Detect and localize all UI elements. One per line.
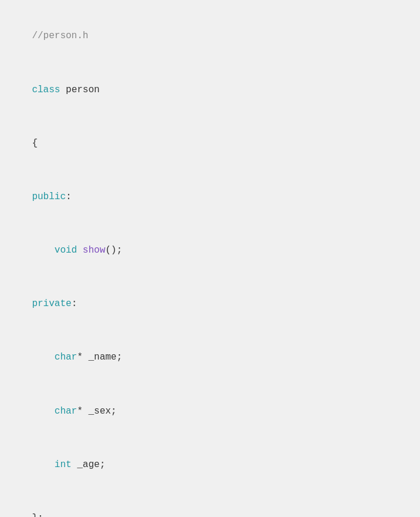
member-name-2: * _sex; — [77, 406, 116, 417]
kw-int-1: int — [55, 459, 72, 470]
kw-public: public — [32, 192, 66, 202]
kw-private: private — [32, 298, 71, 309]
colon-1: : — [66, 192, 72, 202]
member-name-1: * _name; — [77, 352, 122, 362]
line-10: }; — [9, 492, 411, 517]
comment-person-h: //person.h — [32, 31, 88, 41]
line-3: { — [9, 116, 411, 170]
brace-close-1: }; — [32, 513, 43, 517]
brace-open-1: { — [32, 138, 38, 149]
space-1 — [77, 245, 83, 256]
line-6: private: — [9, 277, 411, 331]
line-8: char* _sex; — [9, 384, 411, 438]
line-2: class person — [9, 63, 411, 116]
kw-char-1: char — [55, 352, 77, 362]
line-9: int _age; — [9, 438, 411, 491]
line-4: public: — [9, 170, 411, 224]
indent-1 — [32, 245, 54, 256]
line-1: //person.h — [9, 9, 411, 63]
kw-char-2: char — [55, 406, 77, 417]
line-7: char* _name; — [9, 331, 411, 384]
code-container: //person.h class person { public: void s… — [0, 0, 420, 517]
indent-4 — [32, 459, 54, 470]
line-5: void show(); — [9, 224, 411, 277]
indent-2 — [32, 352, 54, 362]
fn-show-1: show — [83, 245, 105, 256]
kw-void-1: void — [55, 245, 77, 256]
indent-3 — [32, 406, 54, 417]
colon-2: : — [72, 298, 78, 309]
member-name-3: _age; — [72, 459, 106, 470]
kw-class: class — [32, 85, 60, 95]
show-parens-1: (); — [105, 245, 122, 256]
class-name: person — [60, 85, 99, 95]
